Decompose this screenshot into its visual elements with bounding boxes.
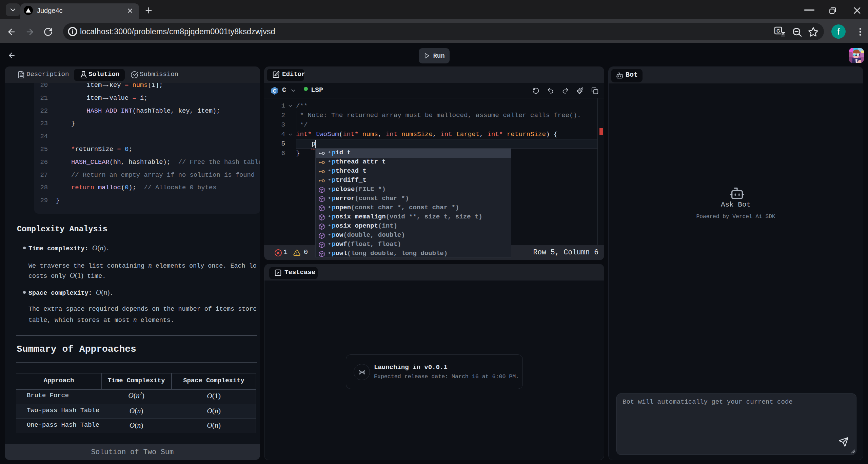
svg-text:C: C <box>273 88 277 94</box>
svg-text:G: G <box>776 28 780 34</box>
